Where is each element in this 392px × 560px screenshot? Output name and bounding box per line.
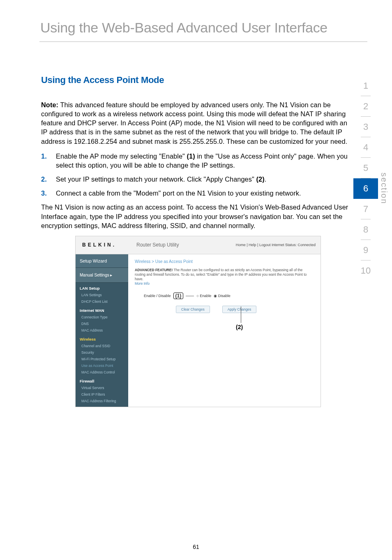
sb-client-ip-filters[interactable]: Client IP Filters: [76, 391, 128, 398]
apply-changes-button[interactable]: Apply Changes: [222, 306, 257, 313]
page-title: Using the Web-Based Advanced User Interf…: [0, 0, 392, 41]
router-sidebar: Setup Wizard Manual Settings ▸ LAN Setup…: [76, 254, 128, 407]
callout-2: (2): [236, 324, 243, 330]
setup-wizard[interactable]: Setup Wizard: [76, 254, 128, 268]
router-screenshot: BELKIN. Router Setup Utility Home | Help…: [75, 236, 321, 407]
router-main: Wireless > Use as Access Point ADVANCED …: [128, 254, 321, 407]
step-1-ref: (1): [187, 152, 195, 160]
step-1: 1. Enable the AP mode my selecting "Enab…: [41, 152, 355, 170]
more-info-link[interactable]: More Info: [135, 281, 150, 286]
advanced-feature-desc: ADVANCED FEATURE! The Router can be conf…: [135, 268, 314, 286]
router-utility-title: Router Setup Utility: [128, 242, 236, 248]
step-3-num: 3.: [41, 189, 56, 198]
step-2-ref: (2): [256, 175, 265, 183]
sb-dhcp-client-list[interactable]: DHCP Client List: [76, 298, 128, 305]
step-1-num: 1.: [41, 152, 56, 170]
sb-virtual-servers[interactable]: Virtual Servers: [76, 385, 128, 391]
step-3-pre: Connect a cable from the "Modem" port on…: [56, 189, 301, 197]
step-3: 3. Connect a cable from the "Modem" port…: [41, 189, 355, 198]
step-2-post: .: [265, 175, 267, 183]
note-label: Note:: [41, 101, 58, 108]
sb-mac-filtering[interactable]: MAC Address Filtering: [76, 398, 128, 404]
sb-wireless: Wireless: [76, 334, 128, 343]
clear-changes-button[interactable]: Clear Changes: [176, 306, 210, 313]
enable-disable-row: Enable / Disable (1) ○ Enable ◉ Disable: [144, 293, 314, 299]
section-heading: Using the Access Point Mode: [41, 75, 355, 85]
router-status-links[interactable]: Home | Help | Logout Internet Status: Co…: [236, 243, 321, 247]
callout-1: (1): [173, 293, 184, 299]
sb-lan-settings[interactable]: LAN Settings: [76, 292, 128, 298]
sb-mac-control[interactable]: MAC Address Control: [76, 369, 128, 376]
sb-use-as-ap[interactable]: Use as Access Point: [76, 362, 128, 369]
callout-1-line: [186, 296, 194, 296]
step-2: 2. Set your IP settings to match your ne…: [41, 175, 355, 184]
router-header: BELKIN. Router Setup Utility Home | Help…: [76, 236, 321, 254]
sb-wps[interactable]: Wi-Fi Protected Setup: [76, 356, 128, 362]
step-2-num: 2.: [41, 175, 56, 184]
sb-channel-ssid[interactable]: Channel and SSID: [76, 343, 128, 349]
sb-connection-type[interactable]: Connection Type: [76, 314, 128, 320]
callout-2-line: [241, 307, 241, 323]
manual-settings[interactable]: Manual Settings ▸: [76, 268, 128, 283]
step-1-pre: Enable the AP mode my selecting "Enable": [56, 152, 187, 160]
after-paragraph: The N1 Vision is now acting as an access…: [41, 203, 355, 230]
note-body: This advanced feature should be employed…: [41, 101, 347, 145]
sb-internet-wan: Internet WAN: [76, 305, 128, 314]
belkin-logo: BELKIN.: [76, 242, 128, 248]
radio-disable[interactable]: ◉ Disable: [214, 294, 231, 298]
sb-mac-address[interactable]: MAC Address: [76, 327, 128, 334]
breadcrumb: Wireless > Use as Access Point: [135, 259, 314, 264]
radio-enable[interactable]: ○ Enable: [196, 294, 211, 298]
desc-bold: ADVANCED FEATURE!: [135, 268, 173, 272]
sb-security[interactable]: Security: [76, 349, 128, 356]
sb-dns[interactable]: DNS: [76, 320, 128, 327]
page-number: 61: [0, 544, 392, 550]
step-2-pre: Set your IP settings to match your netwo…: [56, 175, 256, 183]
note-paragraph: Note: This advanced feature should be em…: [41, 100, 355, 146]
sb-firewall: Firewall: [76, 376, 128, 385]
sb-lan-setup: LAN Setup: [76, 283, 128, 292]
enable-disable-label: Enable / Disable: [144, 294, 171, 298]
